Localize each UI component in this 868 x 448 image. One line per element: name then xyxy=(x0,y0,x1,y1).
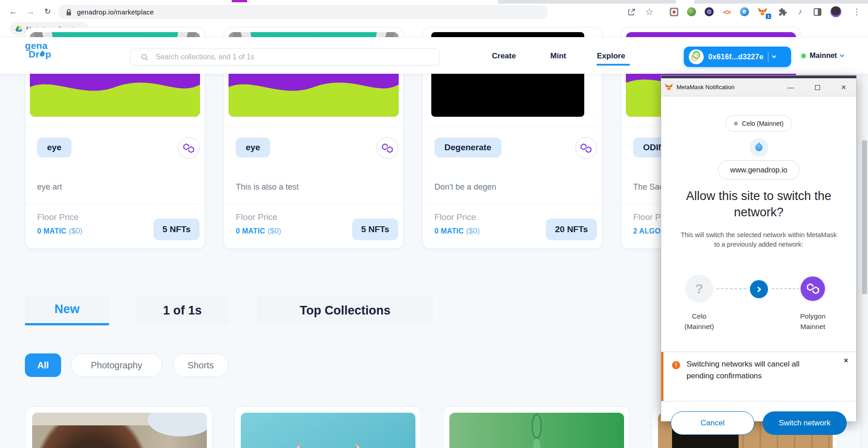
card-divider xyxy=(25,126,205,126)
nft-card[interactable] xyxy=(234,406,421,448)
floor-price-usd: ($0) xyxy=(466,227,480,235)
popup-title-bar[interactable]: MetaMask Notification — ✕ xyxy=(661,78,856,96)
close-icon[interactable]: ✕ xyxy=(835,78,853,96)
wallet-address-button[interactable]: 0x616f...d3227e xyxy=(684,47,791,67)
active-tab-notch xyxy=(676,0,694,4)
filter-all[interactable]: All xyxy=(25,353,61,377)
button-divider xyxy=(768,52,768,62)
exclamation-mark: ! xyxy=(675,362,677,368)
browser-toolbar: ← → ↻ genadrop.io/marketplace ☆ <> e 1 xyxy=(0,4,868,20)
unknown-network-icon: ? xyxy=(685,275,713,303)
nft-card[interactable] xyxy=(26,406,212,448)
nav-create[interactable]: Create xyxy=(492,52,516,61)
reload-icon[interactable]: ↻ xyxy=(41,4,54,20)
metamask-badge: 1 xyxy=(766,14,771,19)
metamask-extension-icon[interactable]: 1 xyxy=(755,4,770,20)
url-text: genadrop.io/marketplace xyxy=(77,8,154,16)
network-name: Mainnet xyxy=(783,321,842,332)
logo-line: p xyxy=(45,50,51,58)
forward-icon[interactable]: → xyxy=(24,4,37,20)
floor-price-value: 0 MATIC xyxy=(236,227,265,235)
to-network-label: Polygon Mainnet xyxy=(783,311,842,332)
filter-label: Photography xyxy=(91,360,142,371)
network-label: Mainnet xyxy=(810,52,837,60)
browser-menu-icon[interactable]: ⋮ xyxy=(849,4,864,20)
media-queue-icon[interactable]: ♪ xyxy=(792,4,808,20)
filter-shorts[interactable]: Shorts xyxy=(173,353,229,377)
warning-icon: ! xyxy=(672,361,680,369)
collection-name: Degenerate xyxy=(434,138,501,157)
card-divider xyxy=(224,204,403,205)
tab-1-of-1s[interactable]: 1 of 1s xyxy=(136,295,229,325)
lock-icon xyxy=(66,9,72,16)
edge-extension-icon[interactable]: e xyxy=(737,4,752,20)
subtext-line: This will switch the selected network wi… xyxy=(661,230,856,240)
filter-label: All xyxy=(37,360,49,371)
screen: ← → ↻ genadrop.io/marketplace ☆ <> e 1 xyxy=(0,0,868,448)
floor-price-label: Floor Price xyxy=(434,212,476,222)
nav-explore[interactable]: Explore xyxy=(597,52,625,61)
tab-new[interactable]: New xyxy=(25,295,109,325)
tab-label: Top Collections xyxy=(300,304,391,318)
filter-label: Shorts xyxy=(188,360,214,371)
nft-count-badge: 5 NFTs xyxy=(153,219,200,240)
card-divider xyxy=(423,126,602,126)
switch-network-button[interactable]: Switch network xyxy=(763,411,847,435)
collection-description: The Sac xyxy=(633,182,663,192)
connector-line xyxy=(716,288,746,289)
heading-line: Allow this site to switch the xyxy=(661,188,856,204)
polygon-chain-icon xyxy=(377,137,398,159)
tab-loading-indicator xyxy=(232,0,247,2)
photos-extension-icon[interactable] xyxy=(666,4,682,20)
warning-text: Switching networks will cancel all pendi… xyxy=(687,358,818,382)
site-avatar xyxy=(749,138,768,157)
nav-mint[interactable]: Mint xyxy=(550,52,566,61)
floor-price-value: 2 ALGO xyxy=(633,227,661,235)
warning-close-icon[interactable]: × xyxy=(844,357,848,365)
floor-price-usd: ($0) xyxy=(69,227,82,235)
scrollbar-thumb[interactable] xyxy=(862,140,867,294)
tab-label: New xyxy=(54,302,80,316)
scrollbar[interactable] xyxy=(861,37,868,448)
profile-avatar[interactable] xyxy=(828,4,844,20)
camera-extension-icon[interactable] xyxy=(701,4,717,20)
floor-price-value: 0 MATIC xyxy=(434,227,464,235)
popup-subtext: This will switch the selected network wi… xyxy=(661,230,856,249)
heading-line: network? xyxy=(661,204,856,220)
puzzle-extensions-icon[interactable] xyxy=(775,4,790,20)
genadrop-logo[interactable]: gena Drp xyxy=(25,41,51,58)
tab-top-collections[interactable]: Top Collections xyxy=(257,295,433,325)
tab-label: 1 of 1s xyxy=(163,304,202,318)
chevron-down-icon xyxy=(840,53,844,57)
polygon-chain-icon xyxy=(575,137,597,159)
chevron-down-icon xyxy=(772,54,776,58)
current-network-chip: Celo (Mainnet) xyxy=(725,115,792,132)
back-icon[interactable]: ← xyxy=(6,4,20,20)
share-icon[interactable] xyxy=(624,4,639,20)
site-header: gena Drp Create Mint Explore 0x616f...d3… xyxy=(0,37,868,74)
explore-active-underline xyxy=(596,64,630,66)
floor-price-usd: ($0) xyxy=(267,227,281,235)
nft-image xyxy=(449,413,624,448)
nft-card[interactable] xyxy=(443,406,630,448)
cancel-button[interactable]: Cancel xyxy=(671,411,754,435)
polygon-chain-icon xyxy=(178,137,200,159)
search-bar[interactable] xyxy=(130,48,440,66)
filter-photography[interactable]: Photography xyxy=(71,353,162,377)
bookmark-star-icon[interactable]: ☆ xyxy=(642,4,657,20)
idm-extension-icon[interactable] xyxy=(684,4,699,20)
floor-price-label: Floor Price xyxy=(236,212,277,222)
search-input[interactable] xyxy=(155,52,439,62)
collection-description: This is also a test xyxy=(236,182,299,192)
sidebar-extension-icon[interactable] xyxy=(810,4,825,20)
genadrop-drop-icon xyxy=(754,143,764,153)
network-selector[interactable]: Mainnet xyxy=(801,52,844,60)
address-bar[interactable]: genadrop.io/marketplace xyxy=(58,5,548,19)
floor-price-label: Floor Price xyxy=(37,212,79,222)
site-origin: www.genadrop.io xyxy=(730,166,787,174)
maximize-icon[interactable] xyxy=(808,78,826,96)
minimize-icon[interactable]: — xyxy=(782,78,800,96)
metamask-fox-icon xyxy=(665,83,673,91)
collection-name: eye xyxy=(37,138,72,157)
code-extension-icon[interactable]: <> xyxy=(719,4,734,20)
